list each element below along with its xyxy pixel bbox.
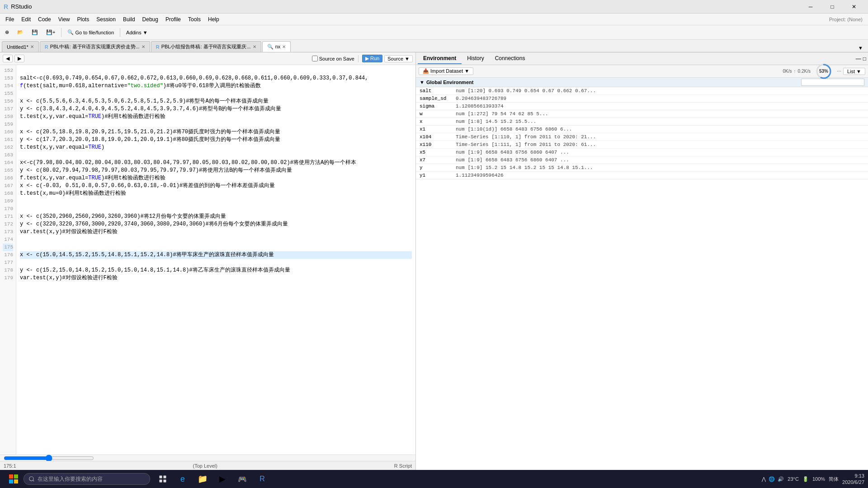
var-name: w	[420, 111, 456, 117]
edge-icon[interactable]: e	[174, 470, 192, 488]
svg-rect-11	[164, 480, 166, 483]
ime-label[interactable]: 简体	[829, 476, 839, 483]
svg-point-6	[29, 477, 33, 481]
time-display: 9:13	[842, 473, 864, 479]
env-row-w: w num [1:272] 79 54 74 62 85 5...	[416, 110, 868, 118]
tab-label: PBL小组报告终稿: 基于R语言实现重庆...	[161, 43, 251, 50]
tab-label: PBL中稿: 基于R语言实现重庆房价走势...	[50, 43, 140, 50]
svg-line-7	[33, 480, 34, 482]
source-on-save-checkbox[interactable]	[312, 56, 318, 61]
minimize-button[interactable]: ─	[800, 0, 821, 14]
save-all-button[interactable]: 💾+	[43, 28, 58, 37]
maximize-button[interactable]: □	[822, 0, 843, 14]
source-on-save-label: Source on Save	[312, 56, 354, 61]
h-scrollbar[interactable]	[0, 455, 415, 461]
menu-plots[interactable]: Plots	[74, 14, 93, 25]
tab-history[interactable]: History	[462, 53, 489, 64]
r-studio-taskbar-icon[interactable]: R	[253, 470, 271, 488]
menu-edit[interactable]: Edit	[18, 14, 34, 25]
media-icon[interactable]: ▶	[213, 470, 231, 488]
env-row-x5: x5 num [1:9] 6658 6483 6756 6860 6407 ..…	[416, 149, 868, 156]
run-button[interactable]: ▶ Run	[362, 55, 382, 62]
maximize-right-button[interactable]: □	[863, 56, 866, 62]
menu-session[interactable]: Session	[93, 14, 119, 25]
cursor-position: 175:1	[4, 463, 16, 469]
game-icon[interactable]: 🎮	[233, 470, 251, 488]
import-dataset-button[interactable]: 📥 Import Dataset ▼	[419, 67, 473, 75]
tab-untitled1[interactable]: Untitled1* ✕	[2, 41, 39, 52]
addins-button[interactable]: Addins ▼	[123, 28, 151, 37]
taskbar-quickbar: e 📁 ▶ 🎮 R	[154, 470, 271, 488]
env-row-y1: y1 1.11234939596426	[416, 172, 868, 179]
editor-toolbar: ◀ ▶ Source on Save ▶ Run Source ▼	[0, 52, 415, 65]
env-section-global: ▼ Global Environment	[416, 78, 868, 87]
env-row-sigma: sigma 1.12085661393374	[416, 103, 868, 110]
var-value: num [1:9] 6658 6483 6756 6860 6407 ...	[456, 157, 864, 163]
cpu-progress: 53%	[812, 60, 835, 83]
var-name: x1	[420, 127, 456, 132]
window-controls: ─ □ ✕	[800, 0, 864, 14]
taskbar-time[interactable]: 9:13 2020/6/27	[842, 473, 864, 486]
list-view-button[interactable]: List ▼	[843, 68, 865, 75]
separator	[358, 55, 359, 62]
menu-debug[interactable]: Debug	[139, 14, 162, 25]
volume-icon[interactable]: 🔊	[778, 476, 784, 482]
file-explorer-icon[interactable]: 📁	[193, 470, 212, 488]
menu-code[interactable]: Code	[34, 14, 55, 25]
var-name: x110	[420, 142, 456, 147]
search-placeholder: 在这里输入你要搜索的内容	[38, 475, 103, 483]
new-file-button[interactable]: ⊕	[2, 28, 12, 37]
code-content[interactable]: salt<-c(0.693,0.749,0.654,0.67,0.662,0.6…	[16, 65, 415, 455]
start-button[interactable]	[4, 470, 24, 488]
var-name: sample_sd	[420, 96, 456, 101]
svg-rect-9	[164, 476, 166, 479]
var-value: 1.12085661393374	[456, 103, 864, 109]
menu-view[interactable]: View	[55, 14, 74, 25]
temperature: 23°C	[788, 476, 799, 482]
tab-close-icon[interactable]: ✕	[282, 44, 286, 49]
menu-build[interactable]: Build	[119, 14, 139, 25]
menu-help[interactable]: Help	[204, 14, 223, 25]
tab-pbl-draft[interactable]: R PBL中稿: 基于R语言实现重庆房价走势... ✕	[40, 41, 150, 52]
menu-tools[interactable]: Tools	[184, 14, 204, 25]
task-view-icon	[159, 475, 167, 483]
tab-label: Untitled1*	[7, 44, 28, 50]
var-value: num [1:9] 6658 6483 6756 6860 6407 ...	[456, 150, 864, 155]
menu-file[interactable]: File	[2, 14, 18, 25]
tab-close-icon[interactable]: ✕	[142, 44, 145, 49]
code-area[interactable]: 152153154155156 157158159160161 16216316…	[0, 65, 415, 455]
tab-pbl-final[interactable]: R PBL小组报告终稿: 基于R语言实现重庆... ✕	[151, 41, 261, 52]
var-value: Time-Series [1:110, 1] from 2011 to 2020…	[456, 134, 864, 140]
menu-profile[interactable]: Profile	[162, 14, 184, 25]
tab-nx[interactable]: 🔍 nx ✕	[262, 41, 291, 52]
network-icon[interactable]: 🌐	[769, 476, 775, 482]
folder-icon: 📁	[198, 474, 208, 484]
tabs-bar: Untitled1* ✕ R PBL中稿: 基于R语言实现重庆房价走势... ✕…	[0, 40, 868, 52]
tab-close-icon[interactable]: ✕	[253, 44, 256, 49]
save-button[interactable]: 💾	[28, 28, 41, 37]
close-button[interactable]: ✕	[844, 0, 864, 14]
taskview-icon[interactable]	[154, 470, 172, 488]
arrow-up-icon[interactable]: ⋀	[762, 476, 766, 482]
separator	[61, 28, 61, 37]
var-value: 0.204639483726789	[456, 96, 864, 101]
source-button[interactable]: Source ▼	[384, 55, 413, 62]
open-file-button[interactable]: 📂	[14, 28, 27, 37]
goto-file-button[interactable]: 🔍 Go to file/function	[64, 28, 117, 37]
forward-nav-button[interactable]: ▶	[14, 55, 24, 62]
back-nav-button[interactable]: ◀	[3, 55, 13, 62]
minimize-right-button[interactable]: —	[856, 56, 861, 62]
taskbar-search[interactable]: 在这里输入你要搜索的内容	[24, 473, 150, 485]
date-display: 2020/6/27	[842, 479, 864, 485]
taskbar: 在这里输入你要搜索的内容 e 📁 ▶ 🎮 R ⋀ 🌐 �	[0, 470, 868, 488]
tab-connections[interactable]: Connections	[490, 53, 531, 64]
cpu-percent: 53%	[819, 69, 828, 74]
env-row-sample-sd: sample_sd 0.204639483726789	[416, 95, 868, 103]
h-scroll[interactable]	[4, 456, 94, 460]
tab-close-icon[interactable]: ✕	[30, 44, 34, 49]
project-label: Project: (None)	[829, 17, 866, 22]
collapse-editor-button[interactable]: ▼	[855, 44, 866, 52]
svg-rect-4	[9, 479, 13, 483]
editor-panel: ◀ ▶ Source on Save ▶ Run Source ▼ 152153…	[0, 52, 416, 470]
tab-environment[interactable]: Environment	[418, 53, 462, 64]
